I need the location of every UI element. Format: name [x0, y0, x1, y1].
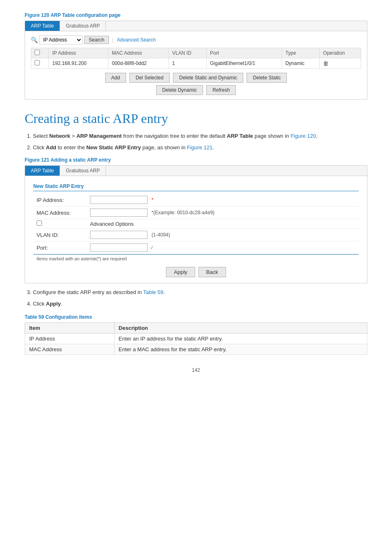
config-col-item: Item	[25, 323, 115, 334]
col-port: Port	[207, 48, 282, 58]
delete-static-dynamic-button[interactable]: Delete Static and Dynamic	[173, 73, 243, 83]
mac-address-input[interactable]	[90, 209, 148, 217]
config-row-mac: MAC Address Enter a MAC address for the …	[25, 344, 367, 355]
vlan-id-row: VLAN ID: (1-4094)	[33, 229, 359, 241]
vlan-hint: (1-4094)	[152, 232, 170, 238]
ip-address-row: IP Address: *	[33, 194, 359, 206]
cell-port: GigabitEthernet1/0/1	[207, 58, 282, 69]
figure121-box: ARP Table Gratuitous ARP New Static ARP …	[25, 165, 367, 283]
config-col-desc: Description	[114, 323, 367, 334]
tab-arp-table-1[interactable]: ARP Table	[25, 21, 60, 31]
tab-arp-table-2[interactable]: ARP Table	[25, 166, 60, 176]
mac-input-cell: *(Example: 0010-dc28-a4e9)	[87, 206, 359, 219]
advanced-options-checkbox[interactable]	[37, 220, 42, 226]
mac-hint: *(Example: 0010-dc28-a4e9)	[152, 210, 214, 216]
config-item-mac: MAC Address	[25, 344, 115, 355]
cell-vlan: 1	[169, 58, 207, 69]
search-button[interactable]: Search	[84, 36, 109, 44]
back-button[interactable]: Back	[198, 267, 226, 277]
form-btn-row: Apply Back	[33, 267, 359, 277]
btn-row-2: Delete Dynamic Refresh	[156, 85, 236, 95]
step2-text: Click Add to enter the New Static ARP En…	[33, 144, 214, 151]
table-row: 192.168.91.200 000d-88f8-0dd2 1 GigabitE…	[31, 58, 361, 69]
delete-row-icon[interactable]: 🗑	[323, 60, 329, 67]
figure120-link[interactable]: Figure 120	[291, 133, 316, 139]
form-section-title: New Static ARP Entry	[33, 182, 359, 191]
col-operation: Operation	[320, 48, 361, 58]
btn-row-1: Add Del Selected Delete Static and Dynam…	[105, 73, 287, 83]
col-mac: MAC Address	[108, 48, 169, 58]
step1-text: Select Network > ARP Management from the…	[33, 133, 318, 139]
port-label: Port:	[33, 241, 87, 254]
table59-caption: Table 59 Configuration items	[25, 314, 367, 320]
step3-text: Configure the static ARP entry as descri…	[33, 289, 165, 295]
action-buttons-area: Add Del Selected Delete Static and Dynam…	[31, 73, 361, 95]
new-arp-form: IP Address: * MAC Address: *(Example: 00…	[33, 194, 359, 254]
vlan-label: VLAN ID:	[33, 229, 87, 241]
advanced-search-link[interactable]: Advanced Search	[117, 37, 156, 43]
step-4: Click Apply.	[33, 300, 367, 308]
tab-gratuitous-arp-2[interactable]: Gratuitous ARP	[60, 166, 106, 176]
step4-text: Click Apply.	[33, 301, 62, 307]
figure120-caption: Figure 120 ARP Table configuration page	[25, 12, 367, 18]
advanced-options-label: Advanced Options	[90, 221, 134, 227]
config-desc-mac: Enter a MAC address for the static ARP e…	[114, 344, 367, 355]
steps-list-2: Configure the static ARP entry as descri…	[33, 288, 367, 308]
cell-mac: 000d-88f8-0dd2	[108, 58, 169, 69]
figure121-caption: Figure 121 Adding a static ARP entry	[25, 157, 367, 163]
port-chevron-icon: ✓	[150, 245, 154, 250]
advanced-options-row: Advanced Options	[33, 219, 359, 229]
steps-list: Select Network > ARP Management from the…	[33, 132, 367, 151]
figure121-tabs: ARP Table Gratuitous ARP	[25, 165, 367, 176]
config-item-ip: IP Address	[25, 334, 115, 344]
arp-table: IP Address MAC Address VLAN ID Port Type…	[31, 48, 361, 69]
del-selected-button[interactable]: Del Selected	[129, 73, 170, 83]
page-number: 142	[25, 367, 367, 373]
apply-button[interactable]: Apply	[166, 267, 195, 277]
select-all-checkbox[interactable]	[35, 50, 40, 55]
search-icon: 🔍	[31, 37, 38, 43]
ip-input-cell: *	[87, 194, 359, 206]
required-note: Items marked with an asterisk(*) are req…	[33, 254, 359, 263]
config-desc-ip: Enter an IP address for the static ARP e…	[114, 334, 367, 344]
search-separator: |	[112, 37, 113, 43]
config-table: Item Description IP Address Enter an IP …	[25, 322, 367, 355]
col-type: Type	[282, 48, 320, 58]
delete-static-button[interactable]: Delete Static	[247, 73, 287, 83]
figure120-box: ARP Table Gratuitous ARP 🔍 IP Address MA…	[25, 21, 367, 100]
port-input-cell: ✓	[87, 241, 359, 254]
adv-checkbox-cell	[33, 219, 87, 229]
search-row: 🔍 IP Address MAC Address VLAN ID Port Ty…	[31, 35, 361, 44]
step-1: Select Network > ARP Management from the…	[33, 132, 367, 140]
col-vlan: VLAN ID	[169, 48, 207, 58]
delete-dynamic-button[interactable]: Delete Dynamic	[156, 85, 203, 95]
cell-type: Dynamic	[282, 58, 320, 69]
ip-hint: *	[152, 197, 154, 203]
figure121-link[interactable]: Figure 121	[187, 144, 212, 151]
row-checkbox[interactable]	[35, 60, 40, 65]
vlan-id-input[interactable]	[90, 231, 148, 239]
ip-label: IP Address:	[33, 194, 87, 206]
port-row: Port: ✓	[33, 241, 359, 254]
port-input[interactable]	[90, 243, 148, 252]
adv-label-cell: Advanced Options	[87, 219, 359, 229]
col-ip: IP Address	[49, 48, 108, 58]
col-checkbox	[31, 48, 49, 58]
vlan-input-cell: (1-4094)	[87, 229, 359, 241]
tab-gratuitous-arp-1[interactable]: Gratuitous ARP	[60, 21, 106, 31]
mac-address-row: MAC Address: *(Example: 0010-dc28-a4e9)	[33, 206, 359, 219]
refresh-button[interactable]: Refresh	[206, 85, 236, 95]
mac-label: MAC Address:	[33, 206, 87, 219]
ip-address-input[interactable]	[90, 196, 148, 204]
cell-ip: 192.168.91.200	[49, 58, 108, 69]
figure120-tabs: ARP Table Gratuitous ARP	[25, 21, 367, 31]
table59-link[interactable]: Table 59	[143, 289, 163, 295]
search-type-select[interactable]: IP Address MAC Address VLAN ID Port Type	[39, 35, 83, 44]
section-heading: Creating a static ARP entry	[25, 111, 367, 126]
add-button[interactable]: Add	[105, 73, 126, 83]
config-row-ip: IP Address Enter an IP address for the s…	[25, 334, 367, 344]
step-2: Click Add to enter the New Static ARP En…	[33, 144, 367, 152]
step-3: Configure the static ARP entry as descri…	[33, 288, 367, 297]
